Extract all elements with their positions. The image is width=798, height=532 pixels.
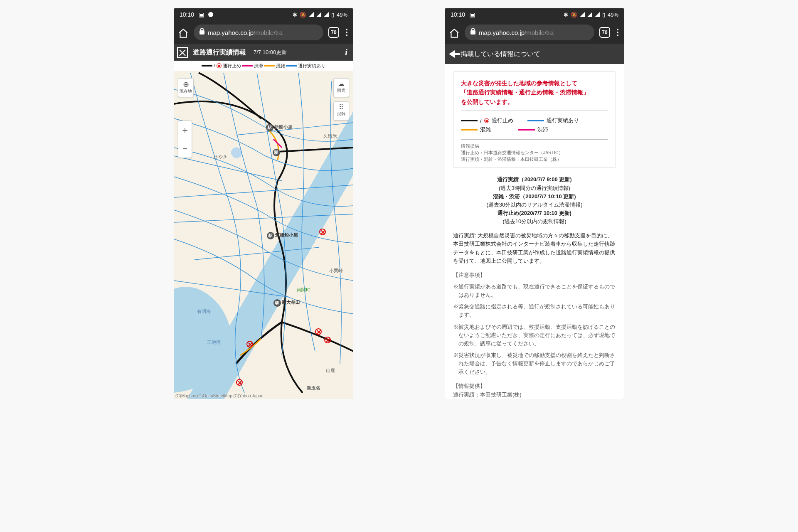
disaster-notice-line2: 「道路通行実績情報・通行止め情報・渋滞情報」: [461, 88, 608, 97]
signal-icon: [316, 12, 321, 17]
congestion-layer-button[interactable]: ⠿ 混雑: [333, 101, 349, 121]
place-label: 山鹿: [326, 367, 335, 374]
map-canvas[interactable]: ⊕ 現在地 ＋ － ☁ 雨雲 ⠿ 混雑 駅 新船小屋 駅 駅 筑後船小屋 駅 新…: [174, 71, 353, 399]
update1-title: 通行実績（2020/7/7 9:00 更新): [453, 175, 616, 184]
tab-count-button[interactable]: 70: [599, 27, 610, 38]
info-source-line1: 通行止め：日本道路交通情報センター（JARTIC）: [461, 150, 608, 156]
explanation-paragraph: 通行実績: 大規模自然災害の被災地域の方々の移動支援を目的に、本田技研工業株式会…: [453, 232, 616, 265]
update3-sub: (過去10分以内の規制情報): [453, 217, 616, 226]
info-page-title: 掲載している情報について: [461, 50, 540, 59]
place-label: 三池港: [207, 339, 221, 345]
clock: 10:10: [451, 11, 465, 18]
browser-toolbar: map.yahoo.co.jp/mobile/tra 70: [445, 21, 624, 44]
disaster-notice-line1: 大きな災害が発生した地域の参考情報として: [461, 79, 608, 88]
rain-layer-button[interactable]: ☁ 雨雲: [333, 78, 349, 97]
current-location-button[interactable]: ⊕ 現在地: [178, 78, 194, 97]
traffic-app-header: 道路通行実績情報 7/7 10:00更新 i /通行止め 渋滞 混雑 通行実績あ…: [174, 44, 353, 71]
place-label: 久留米: [323, 133, 337, 139]
map-attribution: (C)Mapbox (C)OpenStreetMap (C)Yahoo Japa…: [175, 394, 264, 398]
info-source-line2: 通行実績・混雑・渋滞情報：本田技研工業（株）: [461, 156, 608, 163]
url-path: /mobile/tra: [525, 29, 554, 36]
card-legend-congested: 混雑: [480, 126, 491, 133]
note2: ※緊急交通路に指定される等、通行が規制されている可能性もあります。: [453, 303, 616, 319]
info-source-heading: 情報提供: [461, 143, 608, 150]
update2-title: 混雑・渋滞（2020/7/7 10:10 更新): [453, 192, 616, 201]
traffic-update-time: 7/7 10:00更新: [254, 49, 287, 56]
lock-icon: [200, 30, 204, 34]
battery-icon: ▯: [331, 12, 334, 18]
card-legend-closed: 通行止め: [492, 117, 513, 124]
info-scroll-area[interactable]: 大きな災害が発生した地域の参考情報として 「道路通行実績情報・通行止め情報・渋滞…: [445, 64, 624, 399]
lock-icon: [470, 30, 475, 34]
note3: ※被災地およびその周辺では、救援活動、支援活動を妨げることのないようご配慮いただ…: [453, 323, 616, 348]
map-roads-svg: [174, 71, 353, 399]
station-marker[interactable]: 駅: [273, 299, 281, 307]
browser-toolbar: map.yahoo.co.jp/mobile/tra 70: [174, 21, 353, 44]
closure-marker-icon[interactable]: [236, 379, 243, 386]
rain-label: 雨雲: [334, 88, 349, 94]
bluetooth-icon: ✱: [564, 12, 568, 18]
zoom-in-button[interactable]: ＋: [178, 121, 192, 139]
provider-line1: 通行実績：本田技研工業(株): [453, 391, 616, 399]
closure-icon: [217, 63, 222, 68]
station-marker[interactable]: 駅: [266, 124, 273, 131]
traffic-title: 道路通行実績情報: [193, 48, 246, 57]
closure-marker-icon[interactable]: [315, 328, 322, 335]
closure-marker-icon[interactable]: [324, 337, 331, 343]
legend-closed: 通行止め: [223, 63, 241, 69]
image-icon: ▣: [469, 12, 475, 17]
zoom-out-button[interactable]: －: [178, 139, 192, 158]
home-icon[interactable]: [178, 28, 189, 37]
dnd-icon: 🔕: [300, 12, 306, 18]
record-icon: [208, 12, 213, 17]
overflow-menu-icon[interactable]: [344, 29, 349, 36]
back-arrow-icon[interactable]: [449, 50, 455, 58]
address-bar[interactable]: map.yahoo.co.jp/mobile/tra: [465, 25, 594, 40]
zoom-control: ＋ －: [178, 121, 192, 158]
battery-icon: ▯: [602, 12, 605, 18]
cloud-icon: ☁: [334, 80, 349, 88]
place-label: 新玉名: [307, 385, 320, 391]
info-body: 通行実績（2020/7/7 9:00 更新) (過去3時間分の通行実績情報) 混…: [445, 175, 624, 399]
address-bar[interactable]: map.yahoo.co.jp/mobile/tra: [194, 25, 323, 40]
home-icon[interactable]: [449, 28, 460, 37]
crosshair-icon: ⊕: [178, 80, 193, 89]
closure-marker-icon[interactable]: [246, 341, 253, 347]
place-label: 南関IC: [297, 287, 310, 293]
notes-heading: 【注意事項】: [453, 271, 616, 279]
place-label: けやき: [214, 154, 227, 160]
map-legend: /通行止め 渋滞 混雑 通行実績あり: [174, 61, 353, 71]
closure-marker-icon[interactable]: [319, 229, 326, 235]
provider-heading: 【情報提供】: [453, 382, 616, 390]
place-label: 新大牟田: [282, 299, 300, 305]
url-host: map.yahoo.co.jp: [479, 29, 525, 36]
info-icon[interactable]: i: [345, 47, 350, 58]
overflow-menu-icon[interactable]: [615, 29, 620, 36]
update3-title: 通行止め(2020/7/7 10:10 更新): [453, 209, 616, 217]
people-icon: ⠿: [334, 103, 349, 111]
place-label: 筑後船小屋: [275, 232, 298, 238]
wifi-icon: [580, 12, 585, 17]
bluetooth-icon: ✱: [293, 12, 297, 18]
tab-count-button[interactable]: 70: [328, 27, 339, 38]
note4: ※災害状況が収束し、被災地での移動支援の役割を終えたと判断された場合は、予告なく…: [453, 351, 616, 376]
signal2-icon: [324, 12, 329, 17]
android-status-bar: 10:10 ▣ ✱ 🔕 ▯ 49%: [445, 8, 624, 21]
close-icon[interactable]: [177, 47, 188, 58]
disaster-notice-line3: を公開しています。: [461, 97, 608, 106]
signal2-icon: [595, 12, 600, 17]
signal-icon: [587, 12, 592, 17]
info-source-block: 情報提供 通行止め：日本道路交通情報センター（JARTIC） 通行実績・混雑・渋…: [461, 143, 608, 163]
card-legend-jam: 渋滞: [537, 126, 548, 133]
image-icon: ▣: [198, 12, 204, 17]
battery-pct: 49%: [337, 12, 347, 18]
station-marker[interactable]: 駅: [267, 232, 274, 239]
station-marker[interactable]: 駅: [273, 149, 280, 156]
url-path: /mobile/tra: [254, 29, 283, 36]
place-label: 新船小屋: [274, 124, 293, 130]
note1: ※通行実績がある道路でも、現在通行できることを保証するものではありません。: [453, 283, 616, 299]
legend-jam: 渋滞: [254, 63, 263, 69]
phone-left: 10:10 ▣ ✱ 🔕 ▯ 49% map.yahoo.co.jp/mobile…: [174, 8, 353, 399]
battery-pct: 49%: [608, 12, 618, 18]
android-status-bar: 10:10 ▣ ✱ 🔕 ▯ 49%: [174, 8, 353, 21]
